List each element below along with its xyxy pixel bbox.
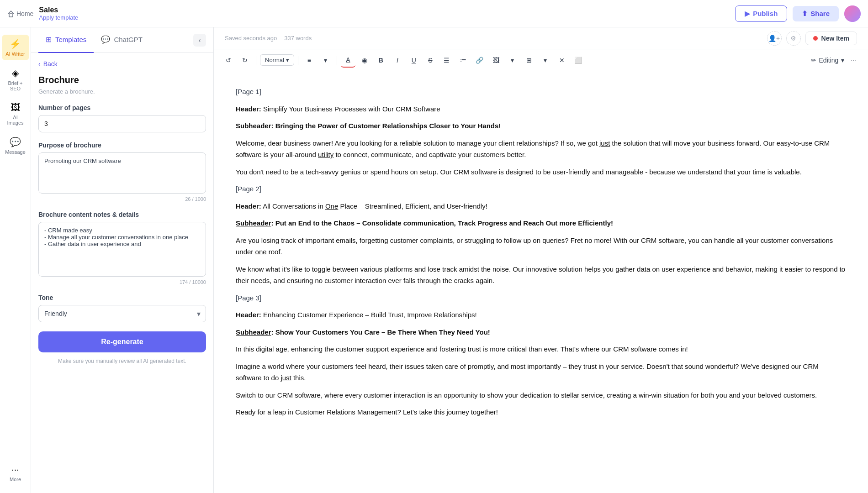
editor-meta-info: Saved seconds ago 337 words — [225, 35, 760, 42]
bullet-list-button[interactable]: ☰ — [439, 53, 454, 68]
page3-p1: In this digital age, enhancing the custo… — [236, 343, 846, 355]
publish-button[interactable]: ▶ Publish — [735, 5, 787, 22]
italic-button[interactable]: I — [390, 53, 405, 68]
font-color-button[interactable]: A — [341, 53, 355, 68]
notes-field-group: Brochure content notes & details - CRM m… — [38, 211, 206, 285]
align-button[interactable]: ≡ — [302, 53, 317, 68]
bold-button[interactable]: B — [374, 53, 388, 68]
settings-icon[interactable]: ⚙ — [786, 31, 801, 46]
template-desc: Generate a brochure. — [38, 88, 206, 95]
image-chevron[interactable]: ▾ — [505, 53, 520, 68]
page3-marker: [Page 3] — [236, 292, 846, 304]
editing-dropdown[interactable]: ✏ Editing ▾ ··· — [806, 55, 861, 66]
tone-select-wrap: Friendly Professional Casual Formal ▾ — [38, 305, 206, 322]
more-icon: ··· — [11, 464, 19, 475]
panel-content: ‹ Back Brochure Generate a brochure. Num… — [31, 53, 213, 493]
underline-button[interactable]: U — [407, 53, 421, 68]
tone-field-group: Tone Friendly Professional Casual Formal… — [38, 294, 206, 322]
back-button[interactable]: ‹ Back — [38, 60, 206, 68]
embed-button[interactable]: ⬜ — [571, 53, 586, 68]
toolbar-sep-1 — [256, 56, 256, 65]
highlight-button[interactable]: ◉ — [357, 53, 372, 68]
sidebar-item-more[interactable]: ··· More — [2, 461, 29, 486]
link-button[interactable]: 🔗 — [472, 53, 487, 68]
user-add-icon[interactable]: 👤+ — [767, 31, 782, 46]
tab-templates-label: Templates — [55, 36, 86, 43]
align-chevron[interactable]: ▾ — [318, 53, 333, 68]
page1-marker: [Page 1] — [236, 86, 846, 98]
ai-images-icon: 🖼 — [11, 102, 20, 113]
notes-textarea[interactable]: - CRM made easy - Manage all your custom… — [38, 222, 206, 277]
page2-p2: We know what it's like to toggle between… — [236, 263, 846, 287]
panel-tabs: ⊞ Templates 💬 ChatGPT ‹ — [31, 27, 213, 53]
page1-p1: Welcome, dear business owner! Are you lo… — [236, 137, 846, 161]
more-format-button[interactable]: ✕ — [555, 53, 569, 68]
strikethrough-button[interactable]: S — [423, 53, 438, 68]
editor-area: Saved seconds ago 337 words 👤+ ⚙ New Ite… — [214, 27, 868, 493]
sidebar-icons: ⚡ AI Writer ◈ Brief + SEO 🖼 AI Images 💬 … — [0, 27, 31, 493]
disclaimer-text: Make sure you manually review all AI gen… — [38, 358, 206, 364]
page2-header: Header: All Conversations in One Place –… — [236, 200, 846, 212]
editing-label: Editing — [819, 57, 839, 64]
page3-p4: Ready for a leap in Customer Relations M… — [236, 406, 846, 418]
sidebar-item-ai-writer[interactable]: ⚡ AI Writer — [2, 35, 29, 60]
purpose-textarea-wrap: Promoting our CRM software 26 / 1000 — [38, 152, 206, 202]
sidebar-item-brief-seo[interactable]: ◈ Brief + SEO — [2, 64, 29, 95]
publish-icon: ▶ — [745, 10, 750, 18]
top-bar-right: ▶ Publish ⬆ Share — [735, 5, 861, 22]
pages-input[interactable] — [38, 115, 206, 132]
editing-pen-icon: ✏ — [811, 57, 816, 64]
undo-button[interactable]: ↺ — [221, 53, 236, 68]
apply-template-link[interactable]: Apply template — [39, 14, 78, 21]
editor-meta-right: 👤+ ⚙ New Item — [767, 31, 857, 46]
tab-chatgpt[interactable]: 💬 ChatGPT — [94, 27, 150, 53]
image-button[interactable]: 🖼 — [489, 53, 503, 68]
page2-p1: Are you losing track of important emails… — [236, 235, 846, 258]
table-button[interactable]: ⊞ — [522, 53, 536, 68]
editor-meta-bar: Saved seconds ago 337 words 👤+ ⚙ New Ite… — [214, 27, 868, 49]
left-panel: ⊞ Templates 💬 ChatGPT ‹ ‹ Back Brochure … — [31, 27, 214, 493]
page3-header: Header: Enhancing Customer Experience – … — [236, 309, 846, 321]
back-label: Back — [43, 60, 58, 68]
top-bar-left: Home Sales Apply template — [7, 6, 735, 21]
pages-label: Number of pages — [38, 104, 206, 111]
style-select[interactable]: Normal ▾ — [260, 54, 294, 66]
pages-field-group: Number of pages — [38, 104, 206, 132]
share-button[interactable]: ⬆ Share — [793, 6, 839, 21]
purpose-textarea[interactable]: Promoting our CRM software — [38, 152, 206, 194]
tone-select[interactable]: Friendly Professional Casual Formal — [38, 305, 206, 322]
more-options-icon: ··· — [851, 57, 856, 64]
saved-status: Saved seconds ago — [225, 35, 277, 42]
more-label: More — [10, 477, 21, 482]
regenerate-button[interactable]: Re-generate — [38, 331, 206, 352]
page2-subheader: Subheader: Put an End to the Chaos – Con… — [236, 217, 846, 229]
sidebar-item-message[interactable]: 💬 Message — [2, 133, 29, 158]
page-title: Sales — [39, 6, 78, 14]
new-item-label: New Item — [821, 35, 849, 42]
ai-images-label: AI Images — [5, 115, 26, 126]
home-label: Home — [16, 10, 33, 17]
redo-button[interactable]: ↻ — [238, 53, 252, 68]
sidebar-item-ai-images[interactable]: 🖼 AI Images — [2, 99, 29, 129]
avatar[interactable] — [844, 5, 861, 22]
home-link[interactable]: Home — [7, 10, 33, 17]
panel-collapse-button[interactable]: ‹ — [193, 34, 206, 47]
share-icon: ⬆ — [802, 10, 808, 18]
notes-char-count: 174 / 10000 — [38, 279, 206, 285]
notes-label: Brochure content notes & details — [38, 211, 206, 218]
main-layout: ⚡ AI Writer ◈ Brief + SEO 🖼 AI Images 💬 … — [0, 27, 868, 493]
ordered-list-button[interactable]: ≔ — [456, 53, 471, 68]
top-bar-title: Sales Apply template — [39, 6, 78, 21]
share-label: Share — [810, 10, 830, 17]
ai-writer-label: AI Writer — [5, 51, 25, 57]
editor-content[interactable]: [Page 1] Header: Simplify Your Business … — [214, 71, 868, 493]
tab-chatgpt-label: ChatGPT — [114, 36, 143, 43]
new-item-button[interactable]: New Item — [805, 31, 857, 45]
toolbar-sep-2 — [298, 56, 298, 65]
tab-templates[interactable]: ⊞ Templates — [38, 27, 94, 53]
purpose-label: Purpose of brochure — [38, 142, 206, 149]
table-chevron[interactable]: ▾ — [538, 53, 553, 68]
svg-rect-0 — [9, 14, 13, 17]
tone-label: Tone — [38, 294, 206, 301]
purpose-char-count: 26 / 1000 — [38, 196, 206, 202]
